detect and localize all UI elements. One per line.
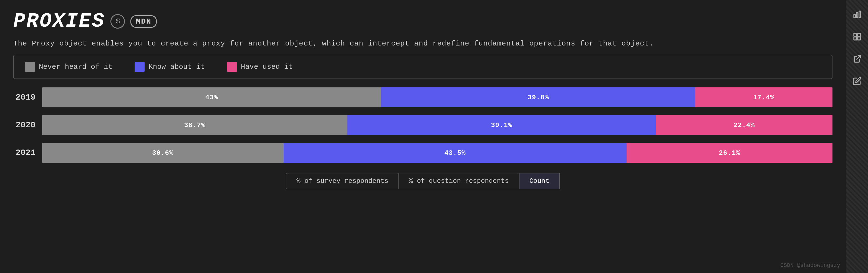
svg-rect-2 — [859, 11, 860, 18]
year-label-2021: 2021 — [13, 148, 35, 158]
bar-segment-2021-2: 26.1% — [627, 143, 833, 163]
svg-rect-4 — [858, 33, 861, 36]
header-row: PROXIES $ MDN — [13, 10, 833, 33]
bar-segment-2019-0: 43% — [42, 87, 381, 108]
svg-line-7 — [856, 56, 861, 60]
year-label-2020: 2020 — [13, 120, 35, 130]
chart-row-2020: 202038.7%39.1%22.4% — [13, 115, 833, 135]
watermark: CSDN @shadowingszy — [780, 262, 840, 269]
legend-item-0: Never heard of it — [25, 62, 113, 72]
tab-group: % of survey respondents% of question res… — [286, 173, 560, 189]
bar-container-2020: 38.7%39.1%22.4% — [42, 115, 833, 135]
svg-rect-0 — [854, 14, 855, 18]
legend-item-2: Have used it — [227, 62, 293, 72]
right-sidebar — [846, 0, 868, 273]
legend-swatch-2 — [227, 62, 237, 72]
legend-swatch-0 — [25, 62, 35, 72]
chart-row-2021: 202130.6%43.5%26.1% — [13, 143, 833, 163]
svg-rect-1 — [856, 12, 858, 18]
mdn-badge[interactable]: MDN — [130, 15, 156, 28]
legend-label-1: Know about it — [149, 63, 205, 71]
bar-chart-icon[interactable] — [851, 8, 863, 21]
tab-2[interactable]: Count — [520, 173, 559, 189]
svg-rect-5 — [854, 37, 857, 40]
svg-rect-6 — [858, 37, 861, 40]
content-area: PROXIES $ MDN The Proxy object enables y… — [0, 0, 846, 273]
chart-row-2019: 201943%39.8%17.4% — [13, 87, 833, 108]
bar-container-2021: 30.6%43.5%26.1% — [42, 143, 833, 163]
legend-item-1: Know about it — [134, 62, 205, 72]
edit-icon[interactable] — [851, 75, 863, 87]
grid-icon[interactable] — [851, 31, 863, 43]
legend-swatch-1 — [134, 62, 145, 72]
svg-rect-3 — [854, 33, 857, 36]
main-container: PROXIES $ MDN The Proxy object enables y… — [0, 0, 868, 273]
year-label-2019: 2019 — [13, 93, 35, 102]
export-icon[interactable] — [851, 53, 863, 65]
tab-0[interactable]: % of survey respondents — [286, 173, 399, 189]
bar-segment-2021-1: 43.5% — [284, 143, 627, 163]
bottom-tabs: % of survey respondents% of question res… — [13, 173, 833, 189]
legend-label-0: Never heard of it — [39, 63, 113, 71]
dollar-icon[interactable]: $ — [111, 14, 125, 29]
bar-segment-2021-0: 30.6% — [42, 143, 284, 163]
tab-1[interactable]: % of question respondents — [399, 173, 520, 189]
bar-segment-2019-2: 17.4% — [695, 87, 833, 108]
bar-container-2019: 43%39.8%17.4% — [42, 87, 833, 108]
bar-segment-2020-1: 39.1% — [347, 115, 656, 135]
bar-segment-2020-2: 22.4% — [656, 115, 833, 135]
chart-area: 201943%39.8%17.4%202038.7%39.1%22.4%2021… — [13, 87, 833, 163]
legend-label-2: Have used it — [241, 63, 293, 71]
bar-segment-2020-0: 38.7% — [42, 115, 347, 135]
description-text: The Proxy object enables you to create a… — [13, 38, 833, 49]
legend-box: Never heard of it Know about it Have use… — [13, 55, 833, 79]
page-title: PROXIES — [13, 10, 105, 33]
bar-segment-2019-1: 39.8% — [381, 87, 695, 108]
